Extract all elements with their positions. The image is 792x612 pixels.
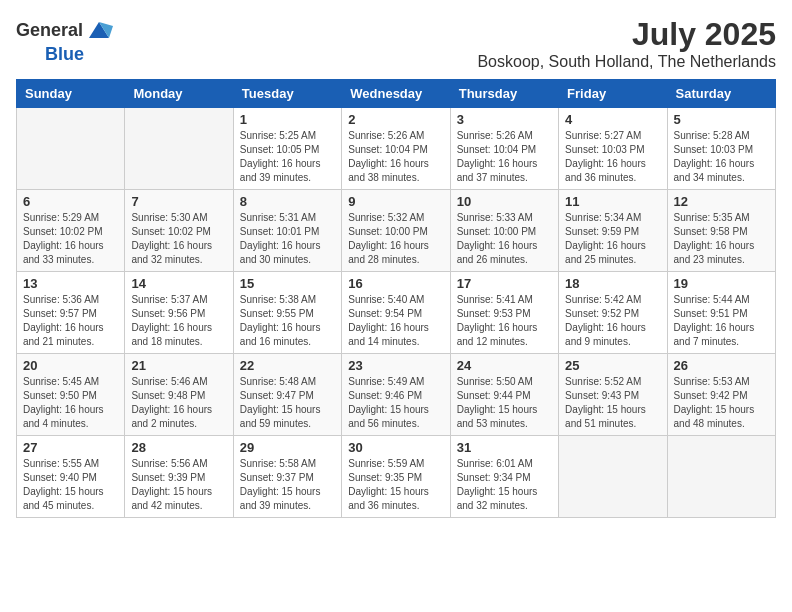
day-number: 7 xyxy=(131,194,226,209)
calendar-week-row: 13Sunrise: 5:36 AM Sunset: 9:57 PM Dayli… xyxy=(17,272,776,354)
calendar-cell xyxy=(17,108,125,190)
calendar-cell: 25Sunrise: 5:52 AM Sunset: 9:43 PM Dayli… xyxy=(559,354,667,436)
day-info: Sunrise: 5:30 AM Sunset: 10:02 PM Daylig… xyxy=(131,211,226,267)
calendar-cell: 29Sunrise: 5:58 AM Sunset: 9:37 PM Dayli… xyxy=(233,436,341,518)
day-info: Sunrise: 5:34 AM Sunset: 9:59 PM Dayligh… xyxy=(565,211,660,267)
day-info: Sunrise: 5:50 AM Sunset: 9:44 PM Dayligh… xyxy=(457,375,552,431)
calendar-cell: 30Sunrise: 5:59 AM Sunset: 9:35 PM Dayli… xyxy=(342,436,450,518)
day-number: 5 xyxy=(674,112,769,127)
day-info: Sunrise: 5:45 AM Sunset: 9:50 PM Dayligh… xyxy=(23,375,118,431)
calendar-cell: 12Sunrise: 5:35 AM Sunset: 9:58 PM Dayli… xyxy=(667,190,775,272)
calendar-cell: 6Sunrise: 5:29 AM Sunset: 10:02 PM Dayli… xyxy=(17,190,125,272)
location-title: Boskoop, South Holland, The Netherlands xyxy=(477,53,776,71)
day-number: 22 xyxy=(240,358,335,373)
day-number: 8 xyxy=(240,194,335,209)
day-of-week-header: Friday xyxy=(559,80,667,108)
calendar-cell: 13Sunrise: 5:36 AM Sunset: 9:57 PM Dayli… xyxy=(17,272,125,354)
day-info: Sunrise: 5:58 AM Sunset: 9:37 PM Dayligh… xyxy=(240,457,335,513)
calendar-cell xyxy=(559,436,667,518)
day-number: 20 xyxy=(23,358,118,373)
day-of-week-header: Tuesday xyxy=(233,80,341,108)
day-number: 11 xyxy=(565,194,660,209)
day-of-week-header: Saturday xyxy=(667,80,775,108)
calendar-cell: 31Sunrise: 6:01 AM Sunset: 9:34 PM Dayli… xyxy=(450,436,558,518)
day-info: Sunrise: 5:31 AM Sunset: 10:01 PM Daylig… xyxy=(240,211,335,267)
day-info: Sunrise: 5:32 AM Sunset: 10:00 PM Daylig… xyxy=(348,211,443,267)
logo-icon xyxy=(85,16,113,44)
day-number: 17 xyxy=(457,276,552,291)
day-info: Sunrise: 5:28 AM Sunset: 10:03 PM Daylig… xyxy=(674,129,769,185)
day-number: 30 xyxy=(348,440,443,455)
day-number: 23 xyxy=(348,358,443,373)
month-title: July 2025 xyxy=(477,16,776,53)
day-number: 29 xyxy=(240,440,335,455)
calendar-cell xyxy=(667,436,775,518)
calendar-cell: 23Sunrise: 5:49 AM Sunset: 9:46 PM Dayli… xyxy=(342,354,450,436)
calendar-cell: 5Sunrise: 5:28 AM Sunset: 10:03 PM Dayli… xyxy=(667,108,775,190)
calendar-cell: 4Sunrise: 5:27 AM Sunset: 10:03 PM Dayli… xyxy=(559,108,667,190)
calendar-cell xyxy=(125,108,233,190)
day-info: Sunrise: 5:59 AM Sunset: 9:35 PM Dayligh… xyxy=(348,457,443,513)
day-number: 16 xyxy=(348,276,443,291)
day-of-week-header: Sunday xyxy=(17,80,125,108)
calendar-cell: 9Sunrise: 5:32 AM Sunset: 10:00 PM Dayli… xyxy=(342,190,450,272)
day-info: Sunrise: 5:29 AM Sunset: 10:02 PM Daylig… xyxy=(23,211,118,267)
calendar-week-row: 20Sunrise: 5:45 AM Sunset: 9:50 PM Dayli… xyxy=(17,354,776,436)
day-info: Sunrise: 5:36 AM Sunset: 9:57 PM Dayligh… xyxy=(23,293,118,349)
day-number: 12 xyxy=(674,194,769,209)
day-info: Sunrise: 5:37 AM Sunset: 9:56 PM Dayligh… xyxy=(131,293,226,349)
day-number: 1 xyxy=(240,112,335,127)
calendar-cell: 22Sunrise: 5:48 AM Sunset: 9:47 PM Dayli… xyxy=(233,354,341,436)
calendar-cell: 14Sunrise: 5:37 AM Sunset: 9:56 PM Dayli… xyxy=(125,272,233,354)
calendar-cell: 18Sunrise: 5:42 AM Sunset: 9:52 PM Dayli… xyxy=(559,272,667,354)
day-number: 4 xyxy=(565,112,660,127)
page-header: General Blue July 2025 Boskoop, South Ho… xyxy=(16,16,776,71)
day-info: Sunrise: 5:27 AM Sunset: 10:03 PM Daylig… xyxy=(565,129,660,185)
day-info: Sunrise: 5:41 AM Sunset: 9:53 PM Dayligh… xyxy=(457,293,552,349)
calendar-cell: 27Sunrise: 5:55 AM Sunset: 9:40 PM Dayli… xyxy=(17,436,125,518)
day-number: 27 xyxy=(23,440,118,455)
calendar-cell: 24Sunrise: 5:50 AM Sunset: 9:44 PM Dayli… xyxy=(450,354,558,436)
calendar-cell: 1Sunrise: 5:25 AM Sunset: 10:05 PM Dayli… xyxy=(233,108,341,190)
day-info: Sunrise: 5:42 AM Sunset: 9:52 PM Dayligh… xyxy=(565,293,660,349)
calendar-cell: 21Sunrise: 5:46 AM Sunset: 9:48 PM Dayli… xyxy=(125,354,233,436)
calendar-cell: 11Sunrise: 5:34 AM Sunset: 9:59 PM Dayli… xyxy=(559,190,667,272)
title-area: July 2025 Boskoop, South Holland, The Ne… xyxy=(477,16,776,71)
logo: General Blue xyxy=(16,16,113,65)
day-number: 24 xyxy=(457,358,552,373)
day-number: 19 xyxy=(674,276,769,291)
calendar-cell: 16Sunrise: 5:40 AM Sunset: 9:54 PM Dayli… xyxy=(342,272,450,354)
calendar-header-row: SundayMondayTuesdayWednesdayThursdayFrid… xyxy=(17,80,776,108)
calendar-cell: 19Sunrise: 5:44 AM Sunset: 9:51 PM Dayli… xyxy=(667,272,775,354)
calendar-week-row: 6Sunrise: 5:29 AM Sunset: 10:02 PM Dayli… xyxy=(17,190,776,272)
day-info: Sunrise: 5:49 AM Sunset: 9:46 PM Dayligh… xyxy=(348,375,443,431)
calendar-cell: 8Sunrise: 5:31 AM Sunset: 10:01 PM Dayli… xyxy=(233,190,341,272)
calendar-cell: 7Sunrise: 5:30 AM Sunset: 10:02 PM Dayli… xyxy=(125,190,233,272)
day-of-week-header: Wednesday xyxy=(342,80,450,108)
day-number: 10 xyxy=(457,194,552,209)
calendar-cell: 20Sunrise: 5:45 AM Sunset: 9:50 PM Dayli… xyxy=(17,354,125,436)
day-info: Sunrise: 5:52 AM Sunset: 9:43 PM Dayligh… xyxy=(565,375,660,431)
day-info: Sunrise: 6:01 AM Sunset: 9:34 PM Dayligh… xyxy=(457,457,552,513)
calendar-cell: 17Sunrise: 5:41 AM Sunset: 9:53 PM Dayli… xyxy=(450,272,558,354)
day-number: 31 xyxy=(457,440,552,455)
calendar-cell: 2Sunrise: 5:26 AM Sunset: 10:04 PM Dayli… xyxy=(342,108,450,190)
calendar-week-row: 27Sunrise: 5:55 AM Sunset: 9:40 PM Dayli… xyxy=(17,436,776,518)
day-number: 28 xyxy=(131,440,226,455)
day-number: 6 xyxy=(23,194,118,209)
day-number: 25 xyxy=(565,358,660,373)
day-info: Sunrise: 5:53 AM Sunset: 9:42 PM Dayligh… xyxy=(674,375,769,431)
calendar-cell: 28Sunrise: 5:56 AM Sunset: 9:39 PM Dayli… xyxy=(125,436,233,518)
day-number: 18 xyxy=(565,276,660,291)
day-info: Sunrise: 5:26 AM Sunset: 10:04 PM Daylig… xyxy=(457,129,552,185)
day-info: Sunrise: 5:46 AM Sunset: 9:48 PM Dayligh… xyxy=(131,375,226,431)
day-number: 2 xyxy=(348,112,443,127)
logo-general: General xyxy=(16,20,83,41)
day-info: Sunrise: 5:33 AM Sunset: 10:00 PM Daylig… xyxy=(457,211,552,267)
day-info: Sunrise: 5:44 AM Sunset: 9:51 PM Dayligh… xyxy=(674,293,769,349)
day-number: 21 xyxy=(131,358,226,373)
day-info: Sunrise: 5:25 AM Sunset: 10:05 PM Daylig… xyxy=(240,129,335,185)
day-of-week-header: Thursday xyxy=(450,80,558,108)
calendar-week-row: 1Sunrise: 5:25 AM Sunset: 10:05 PM Dayli… xyxy=(17,108,776,190)
calendar-cell: 15Sunrise: 5:38 AM Sunset: 9:55 PM Dayli… xyxy=(233,272,341,354)
